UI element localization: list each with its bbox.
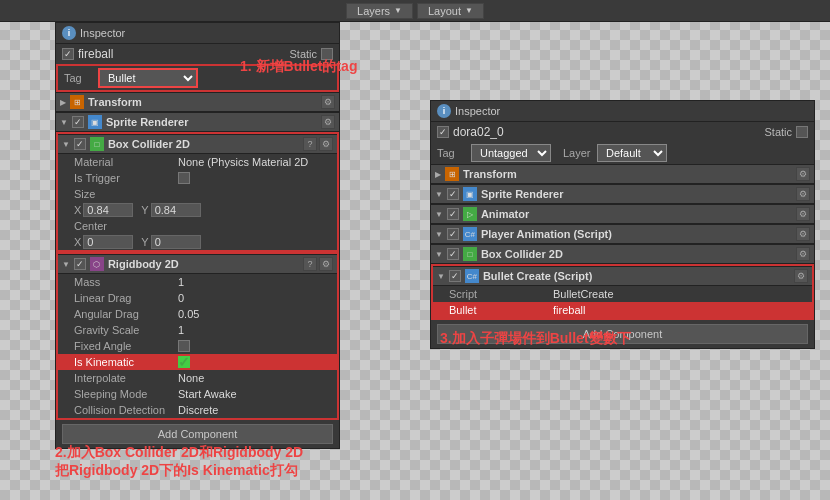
right-inspector-title: Inspector [455, 105, 500, 117]
right-box-collider-arrow-icon: ▼ [435, 250, 443, 259]
bullet-create-settings-icon[interactable]: ⚙ [794, 269, 808, 283]
box-collider-info-icon[interactable]: ? [303, 137, 317, 151]
right-tag-select[interactable]: Untagged [471, 144, 551, 162]
right-box-collider-checkbox[interactable]: ✓ [447, 248, 459, 260]
right-box-collider-icon: □ [463, 247, 477, 261]
animator-section-header[interactable]: ▼ ✓ ▷ Animator ⚙ [431, 204, 814, 224]
rigidbody-icon: ⬡ [90, 257, 104, 271]
fixed-angle-label: Fixed Angle [74, 340, 174, 352]
rigidbody-checkbox[interactable]: ✓ [74, 258, 86, 270]
size-field-row: Size [58, 186, 337, 202]
is-kinematic-checkmark: ✓ [178, 354, 190, 370]
right-box-collider-title: Box Collider 2D [481, 248, 792, 260]
center-xy-row: X Y [58, 234, 337, 250]
sprite-renderer-section-header[interactable]: ▼ ✓ ▣ Sprite Renderer ⚙ [56, 112, 339, 132]
bullet-create-arrow-icon: ▼ [437, 272, 445, 281]
box-collider-arrow-icon: ▼ [62, 140, 70, 149]
gravity-scale-field-row: Gravity Scale 1 [58, 322, 337, 338]
gravity-scale-value: 1 [178, 324, 331, 336]
info-icon: i [62, 26, 76, 40]
right-transform-arrow-icon: ▶ [435, 170, 441, 179]
interpolate-field-row: Interpolate None [58, 370, 337, 386]
right-static-checkbox[interactable] [796, 126, 808, 138]
player-animation-settings-icon[interactable]: ⚙ [796, 227, 810, 241]
animator-title: Animator [481, 208, 792, 220]
center-y-input[interactable] [151, 235, 201, 249]
bullet-create-checkbox[interactable]: ✓ [449, 270, 461, 282]
box-collider-settings-icon[interactable]: ⚙ [319, 137, 333, 151]
transform-section-header[interactable]: ▶ ⊞ Transform ⚙ [56, 92, 339, 112]
is-kinematic-row: Is Kinematic ✓ [58, 354, 337, 370]
bullet-create-section-header[interactable]: ▼ ✓ C# Bullet Create (Script) ⚙ [433, 266, 812, 286]
center-label: Center [74, 220, 174, 232]
right-box-collider-section-header[interactable]: ▼ ✓ □ Box Collider 2D ⚙ [431, 244, 814, 264]
sleeping-mode-value: Start Awake [178, 388, 331, 400]
center-x-label: X [74, 236, 81, 248]
script-value: BulletCreate [553, 288, 806, 300]
fixed-angle-checkbox[interactable] [178, 340, 190, 352]
angular-drag-field-row: Angular Drag 0.05 [58, 306, 337, 322]
tag-select[interactable]: Bullet [98, 68, 198, 88]
right-sprite-renderer-section-header[interactable]: ▼ ✓ ▣ Sprite Renderer ⚙ [431, 184, 814, 204]
right-layer-select[interactable]: Default [597, 144, 667, 162]
player-animation-checkbox[interactable]: ✓ [447, 228, 459, 240]
is-trigger-label: Is Trigger [74, 172, 174, 184]
transform-arrow-icon: ▶ [60, 98, 66, 107]
right-object-active-checkbox[interactable]: ✓ [437, 126, 449, 138]
rigidbody-settings-icon[interactable]: ⚙ [319, 257, 333, 271]
sleeping-mode-label: Sleeping Mode [74, 388, 174, 400]
material-label: Material [74, 156, 174, 168]
center-field-row: Center [58, 218, 337, 234]
add-component-button[interactable]: Add Component [62, 424, 333, 444]
box-collider-section-header[interactable]: ▼ ✓ □ Box Collider 2D ? ⚙ [58, 134, 337, 154]
rigidbody-section-header[interactable]: ▼ ✓ ⬡ Rigidbody 2D ? ⚙ [58, 254, 337, 274]
box-collider-section: ▼ ✓ □ Box Collider 2D ? ⚙ Material None … [56, 132, 339, 252]
center-y-pair: Y [141, 235, 200, 249]
add-component-label: Add Component [158, 428, 238, 440]
transform-settings-icon[interactable]: ⚙ [321, 95, 335, 109]
linear-drag-field-row: Linear Drag 0 [58, 290, 337, 306]
right-transform-settings-icon[interactable]: ⚙ [796, 167, 810, 181]
transform-title: Transform [88, 96, 317, 108]
box-collider-icon: □ [90, 137, 104, 151]
right-box-collider-settings-icon[interactable]: ⚙ [796, 247, 810, 261]
collision-detection-label: Collision Detection [74, 404, 174, 416]
layout-arrow-icon: ▼ [465, 6, 473, 15]
rigidbody-info-icon[interactable]: ? [303, 257, 317, 271]
player-animation-arrow-icon: ▼ [435, 230, 443, 239]
layout-button[interactable]: Layout ▼ [417, 3, 484, 19]
animator-checkbox[interactable]: ✓ [447, 208, 459, 220]
transform-icon: ⊞ [70, 95, 84, 109]
collision-detection-value: Discrete [178, 404, 331, 416]
size-y-pair: Y [141, 203, 200, 217]
is-trigger-checkbox[interactable] [178, 172, 190, 184]
box-collider-checkbox[interactable]: ✓ [74, 138, 86, 150]
right-transform-section-header[interactable]: ▶ ⊞ Transform ⚙ [431, 164, 814, 184]
animator-arrow-icon: ▼ [435, 210, 443, 219]
size-x-label: X [74, 204, 81, 216]
annotation-1: 1. 新增Bullet的tag [240, 58, 357, 76]
right-inspector-panel: i Inspector ✓ dora02_0 Static Tag Untagg… [430, 100, 815, 349]
right-sprite-settings-icon[interactable]: ⚙ [796, 187, 810, 201]
interpolate-value: None [178, 372, 331, 384]
sprite-renderer-settings-icon[interactable]: ⚙ [321, 115, 335, 129]
linear-drag-value: 0 [178, 292, 331, 304]
gravity-scale-label: Gravity Scale [74, 324, 174, 336]
sprite-renderer-checkbox[interactable]: ✓ [72, 116, 84, 128]
bullet-create-title: Bullet Create (Script) [483, 270, 790, 282]
center-x-input[interactable] [83, 235, 133, 249]
size-x-input[interactable] [83, 203, 133, 217]
is-kinematic-checkbox[interactable]: ✓ [178, 356, 190, 368]
right-tag-row: Tag Untagged Layer Default [431, 142, 814, 164]
right-transform-title: Transform [463, 168, 792, 180]
layers-button[interactable]: Layers ▼ [346, 3, 413, 19]
mass-field-row: Mass 1 [58, 274, 337, 290]
size-y-input[interactable] [151, 203, 201, 217]
script-label: Script [449, 288, 549, 300]
player-animation-section-header[interactable]: ▼ ✓ C# Player Animation (Script) ⚙ [431, 224, 814, 244]
size-x-pair: X [74, 203, 133, 217]
animator-settings-icon[interactable]: ⚙ [796, 207, 810, 221]
center-y-label: Y [141, 236, 148, 248]
right-sprite-checkbox[interactable]: ✓ [447, 188, 459, 200]
object-active-checkbox[interactable]: ✓ [62, 48, 74, 60]
